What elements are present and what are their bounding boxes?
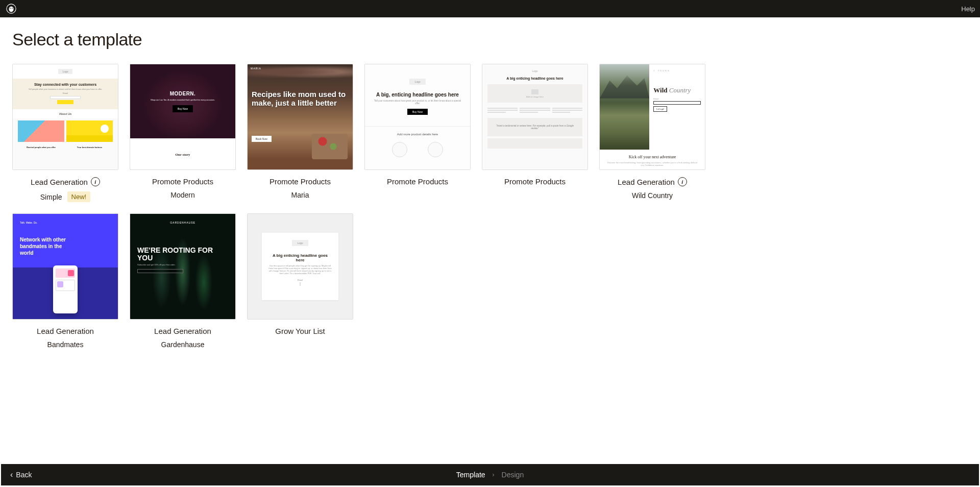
template-name: Gardenhause	[161, 340, 205, 349]
thumb-sub: Discover the most breathtaking, heart-po…	[607, 161, 698, 166]
thumb-col: Your best domain buttons	[77, 146, 102, 149]
template-name: Simple	[40, 193, 62, 201]
template-card-simple[interactable]: Logo Stay connected with your customers …	[12, 64, 118, 202]
template-name: Wild Country	[632, 191, 673, 200]
svg-point-3	[12, 8, 13, 9]
svg-point-2	[10, 8, 11, 9]
thumb-sub: Tell your customers about how great your…	[373, 100, 462, 105]
thumb-col: Remind people what you offer	[27, 146, 56, 149]
footer-bar: ‹ Back Template › Design	[1, 464, 979, 465]
template-thumbnail: Logo A big, enticing headline goes here …	[364, 64, 471, 170]
template-category: Grow Your List	[275, 327, 325, 335]
thumb-about: About Us	[13, 109, 118, 118]
template-category: Promote Products	[504, 177, 566, 186]
thumb-tag: Shop our Lux Tee. A modern essential tha…	[151, 99, 215, 101]
thumb-cta: Buy Now	[407, 109, 428, 115]
template-category: Lead Generation	[618, 178, 675, 186]
template-card-wild-country[interactable]: ≡TOURS Wild Country Email Let's go! Kick…	[599, 64, 705, 202]
thumb-headline: Network with other bandmates in the worl…	[20, 236, 68, 256]
template-thumbnail: Logo Stay connected with your customers …	[12, 64, 118, 170]
thumb-more: Add more product details here	[365, 133, 470, 136]
thumb-img-label: Add an image here	[526, 95, 544, 98]
template-card-gardenhause[interactable]: GARDENHAUSE WE'RE ROOTING FOR YOU Subscr…	[130, 213, 236, 349]
thumb-email-label: Email	[298, 279, 303, 281]
template-category: Lead Generation	[154, 327, 211, 335]
thumb-title-1: Wild	[653, 86, 669, 94]
top-bar: Help	[0, 0, 980, 17]
template-category: Promote Products	[270, 177, 331, 186]
template-thumbnail: MODERN. Shop our Lux Tee. A modern essen…	[130, 64, 236, 170]
template-thumbnail: ≡TOURS Wild Country Email Let's go! Kick…	[599, 64, 705, 170]
page-title: Select a template	[12, 30, 968, 50]
thumb-sub: Use this space to tell people what they …	[268, 264, 332, 275]
template-card-maria[interactable]: MARIA Recipes like mom used to make, jus…	[247, 64, 353, 202]
main-content: Select a template Logo Stay connected wi…	[0, 17, 980, 465]
thumb-cta: Buy Now	[173, 105, 193, 112]
template-category: Lead Generation	[37, 327, 94, 335]
template-thumbnail: Logo A big enticing headline goes here U…	[247, 213, 353, 320]
help-link[interactable]: Help	[961, 5, 975, 13]
thumb-cta: Let's go!	[653, 106, 667, 112]
thumb-brand: GARDENHAUSE	[137, 221, 228, 224]
thumb-headline: A big enticing headline goes here	[268, 253, 332, 262]
info-icon[interactable]: i	[678, 177, 687, 186]
template-grid: Logo Stay connected with your customers …	[12, 64, 968, 349]
thumb-nav: Talk. Make. Do.	[20, 221, 111, 224]
thumb-quote: "Insert a testimonial or review here. Fo…	[494, 125, 576, 130]
thumb-cta: Book Now	[252, 136, 272, 142]
mailchimp-logo-icon[interactable]	[5, 3, 17, 15]
template-card-bandmates[interactable]: Talk. Make. Do. Network with other bandm…	[12, 213, 118, 349]
template-card-promote-2[interactable]: Logo A big enticing headline goes here A…	[482, 64, 588, 202]
template-card-promote-1[interactable]: Logo A big, enticing headline goes here …	[364, 64, 471, 202]
thumb-brand: MARIA	[251, 67, 261, 70]
thumb-title-2: Country	[669, 86, 691, 94]
thumb-kick: Kick off your next adventure	[607, 155, 698, 159]
thumb-headline: Stay connected with your customers	[34, 83, 96, 86]
new-badge: New!	[67, 191, 91, 202]
template-thumbnail: Logo A big enticing headline goes here A…	[482, 64, 588, 170]
template-thumbnail: GARDENHAUSE WE'RE ROOTING FOR YOU Subscr…	[130, 213, 236, 320]
thumb-headline: A big enticing headline goes here	[487, 77, 582, 80]
info-icon[interactable]: i	[91, 177, 100, 186]
svg-point-1	[9, 6, 13, 12]
template-thumbnail: MARIA Recipes like mom used to make, jus…	[247, 64, 353, 170]
template-category: Promote Products	[387, 177, 448, 186]
template-name: Bandmates	[47, 340, 84, 349]
thumb-story: Our story	[130, 138, 235, 170]
thumb-brand: MODERN.	[170, 91, 196, 96]
thumb-headline: WE'RE ROOTING FOR YOU	[137, 247, 228, 261]
thumb-logo: Logo	[487, 69, 582, 72]
thumb-sub: Subscribe and get 10% off your first ord…	[137, 263, 183, 266]
thumb-logo: Logo	[292, 240, 308, 246]
thumb-headline: A big, enticing headline goes here	[371, 92, 464, 98]
template-category: Lead Generation	[31, 178, 88, 186]
template-name: Maria	[291, 191, 309, 199]
thumb-email-label: Email	[653, 98, 701, 100]
template-category: Promote Products	[152, 177, 213, 186]
thumb-logo: Logo	[58, 69, 72, 74]
template-name: Modern	[170, 191, 194, 199]
thumb-nav: TOURS	[658, 69, 670, 72]
template-thumbnail: Talk. Make. Do. Network with other bandm…	[12, 213, 118, 320]
thumb-sub: Tell people what your business is about …	[21, 88, 110, 90]
thumb-headline: Recipes like mom used to make, just a li…	[252, 90, 349, 108]
template-card-modern[interactable]: MODERN. Shop our Lux Tee. A modern essen…	[130, 64, 236, 202]
thumb-logo: Logo	[409, 79, 425, 85]
thumb-email-label: Email	[21, 92, 110, 94]
template-card-grow-list[interactable]: Logo A big enticing headline goes here U…	[247, 213, 353, 349]
